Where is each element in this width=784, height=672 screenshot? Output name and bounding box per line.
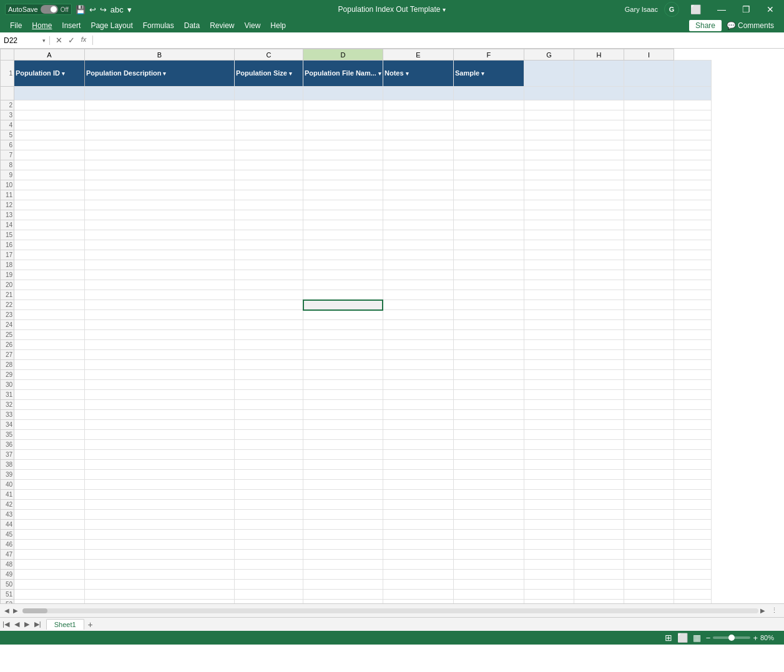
cell-A-49[interactable] — [14, 570, 85, 580]
cell-G-3[interactable] — [524, 110, 574, 120]
cell-J-46[interactable] — [674, 540, 711, 550]
col-header-b[interactable]: B — [85, 49, 235, 61]
cell-H-44[interactable] — [574, 520, 624, 530]
cell-J-5[interactable] — [674, 130, 711, 140]
cell-C-15[interactable] — [235, 230, 303, 240]
cell-D-33[interactable] — [303, 410, 383, 420]
cell-F-19[interactable] — [453, 270, 524, 280]
cell-C-47[interactable] — [235, 550, 303, 560]
cell-H-41[interactable] — [574, 490, 624, 500]
cell-E-37[interactable] — [383, 450, 453, 460]
cell-A-25[interactable] — [14, 330, 85, 340]
cell-E-22[interactable] — [383, 300, 453, 310]
cell-J-48[interactable] — [674, 560, 711, 570]
cell-E-46[interactable] — [383, 540, 453, 550]
cell-E-13[interactable] — [383, 210, 453, 220]
prev-sheet-nav[interactable]: ◀ — [12, 620, 22, 628]
cell-J-19[interactable] — [674, 270, 711, 280]
row-num-42[interactable]: 42 — [1, 500, 14, 510]
cell-J-50[interactable] — [674, 580, 711, 590]
close-icon[interactable]: ✕ — [762, 4, 779, 14]
cell-E-17[interactable] — [383, 250, 453, 260]
cell-F-35[interactable] — [453, 430, 524, 440]
cell-H-42[interactable] — [574, 500, 624, 510]
cell-E-35[interactable] — [383, 430, 453, 440]
row-num-44[interactable]: 44 — [1, 520, 14, 530]
row-num-48[interactable]: 48 — [1, 560, 14, 570]
cell-E-4[interactable] — [383, 120, 453, 130]
menu-file[interactable]: File — [5, 19, 27, 32]
row-num-2[interactable]: 2 — [1, 100, 14, 110]
cell-A-51[interactable] — [14, 590, 85, 600]
cell-B-13[interactable] — [85, 210, 235, 220]
scroll-right-end-icon[interactable]: ▶ — [758, 607, 767, 614]
cell-I-11[interactable] — [624, 190, 674, 200]
cell-B-38[interactable] — [85, 460, 235, 470]
cell-F-26[interactable] — [453, 340, 524, 350]
cell-C-13[interactable] — [235, 210, 303, 220]
cell-F-20[interactable] — [453, 280, 524, 290]
cell-I-48[interactable] — [624, 560, 674, 570]
cell-H-33[interactable] — [574, 410, 624, 420]
cell-D-23[interactable] — [303, 310, 383, 320]
cell-C-36[interactable] — [235, 440, 303, 450]
cell-A-24[interactable] — [14, 320, 85, 330]
cell-F-50[interactable] — [453, 580, 524, 590]
row-num-11[interactable]: 11 — [1, 190, 14, 200]
cell-H-3[interactable] — [574, 110, 624, 120]
cell-H-43[interactable] — [574, 510, 624, 520]
cell-F-5[interactable] — [453, 130, 524, 140]
cell-H-30[interactable] — [574, 380, 624, 390]
row-num-24[interactable]: 24 — [1, 320, 14, 330]
cell-E-41[interactable] — [383, 490, 453, 500]
cell-H-29[interactable] — [574, 370, 624, 380]
cell-B-34[interactable] — [85, 420, 235, 430]
cancel-formula-icon[interactable]: ✕ — [54, 36, 64, 45]
cell-B-19[interactable] — [85, 270, 235, 280]
row-num-46[interactable]: 46 — [1, 540, 14, 550]
cell-B-23[interactable] — [85, 310, 235, 320]
cell-E-5[interactable] — [383, 130, 453, 140]
row-num-28[interactable]: 28 — [1, 360, 14, 370]
cell-B-33[interactable] — [85, 410, 235, 420]
cell-B-51[interactable] — [85, 590, 235, 600]
cell-H-31[interactable] — [574, 390, 624, 400]
cell-H-19[interactable] — [574, 270, 624, 280]
cell-F-31[interactable] — [453, 390, 524, 400]
cell-C-6[interactable] — [235, 140, 303, 150]
cell-F-30[interactable] — [453, 380, 524, 390]
cell-B-20[interactable] — [85, 280, 235, 290]
cell-I-30[interactable] — [624, 380, 674, 390]
cell-J-24[interactable] — [674, 320, 711, 330]
cell-F-16[interactable] — [453, 240, 524, 250]
cell-D-9[interactable] — [303, 170, 383, 180]
cell-C-24[interactable] — [235, 320, 303, 330]
zoom-slider[interactable] — [713, 636, 750, 639]
cell-J-44[interactable] — [674, 520, 711, 530]
cell-I-40[interactable] — [624, 480, 674, 490]
cell-A-48[interactable] — [14, 560, 85, 570]
cell-I-23[interactable] — [624, 310, 674, 320]
cell-A-7[interactable] — [14, 150, 85, 160]
cell-A-16[interactable] — [14, 240, 85, 250]
cell-F-49[interactable] — [453, 570, 524, 580]
cell-B-25[interactable] — [85, 330, 235, 340]
cell-D-50[interactable] — [303, 580, 383, 590]
cell-E-3[interactable] — [383, 110, 453, 120]
cell-F-25[interactable] — [453, 330, 524, 340]
cell-F-24[interactable] — [453, 320, 524, 330]
row-num-32[interactable]: 32 — [1, 400, 14, 410]
cell-C-42[interactable] — [235, 500, 303, 510]
cell-B-2[interactable] — [85, 100, 235, 110]
cell-C-10[interactable] — [235, 180, 303, 190]
cell-D-42[interactable] — [303, 500, 383, 510]
cell-reference-box[interactable]: D22 ▾ — [0, 36, 50, 45]
cell-D-16[interactable] — [303, 240, 383, 250]
cell-A-31[interactable] — [14, 390, 85, 400]
cell-B-40[interactable] — [85, 480, 235, 490]
cell-D-39[interactable] — [303, 470, 383, 480]
cell-A-4[interactable] — [14, 120, 85, 130]
cell-I-9[interactable] — [624, 170, 674, 180]
cell-G-44[interactable] — [524, 520, 574, 530]
cell-F-39[interactable] — [453, 470, 524, 480]
